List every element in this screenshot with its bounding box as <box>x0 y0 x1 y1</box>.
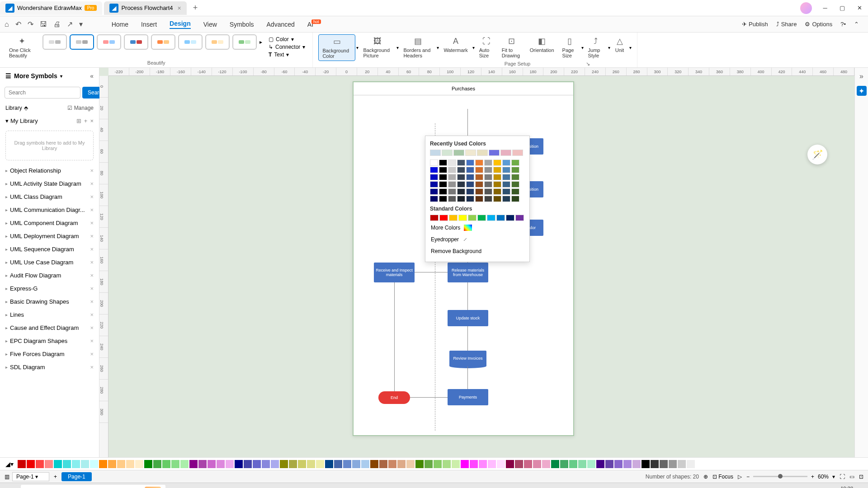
strip-swatch[interactable] <box>81 460 89 468</box>
strip-swatch[interactable] <box>479 460 487 468</box>
edge-icon[interactable]: ◉ <box>188 483 206 488</box>
color-swatch[interactable] <box>465 150 476 156</box>
close-lib-icon[interactable]: × <box>90 117 94 124</box>
color-swatch[interactable] <box>448 167 456 173</box>
collapse-sidebar-button[interactable]: « <box>90 72 94 80</box>
close-category-icon[interactable]: × <box>90 206 94 213</box>
maximize-button[interactable]: ▢ <box>834 0 851 16</box>
color-swatch[interactable] <box>430 150 441 156</box>
strip-swatch[interactable] <box>632 460 641 468</box>
add-lib-icon[interactable]: + <box>84 117 88 124</box>
task-view-button[interactable]: ◫ <box>168 483 186 488</box>
ai-assistant-button[interactable]: 🪄 <box>807 145 827 164</box>
user-avatar[interactable] <box>800 2 812 14</box>
undo-button[interactable]: ↶ <box>15 20 21 28</box>
strip-swatch[interactable] <box>605 460 613 468</box>
color-swatch[interactable] <box>511 174 519 180</box>
color-swatch[interactable] <box>430 174 438 180</box>
focus-button[interactable]: ⊡ Focus <box>712 474 733 480</box>
strip-swatch[interactable] <box>298 460 306 468</box>
import-lib-icon[interactable]: ⊞ <box>76 117 81 124</box>
color-swatch[interactable] <box>448 188 456 195</box>
color-swatch[interactable] <box>484 181 492 188</box>
page-size-button[interactable]: ▯Page Size <box>559 34 580 61</box>
strip-swatch[interactable] <box>126 460 134 468</box>
color-swatch[interactable] <box>484 174 492 180</box>
expand-right-button[interactable]: » <box>857 71 867 81</box>
color-swatch[interactable] <box>457 196 465 202</box>
color-swatch[interactable] <box>442 150 453 156</box>
zoom-level[interactable]: 60% <box>818 474 829 480</box>
color-swatch[interactable] <box>439 196 447 202</box>
strip-swatch[interactable] <box>379 460 387 468</box>
add-tab-button[interactable]: + <box>189 3 203 13</box>
drop-zone[interactable]: Drag symbols here to add to My Library <box>5 131 94 160</box>
close-category-icon[interactable]: × <box>90 338 94 344</box>
app-tab[interactable]: ◢ Wondershare EdrawMax Pro <box>0 1 102 15</box>
library-pin-icon[interactable]: ⬘ <box>24 105 28 111</box>
color-swatch[interactable] <box>457 181 465 188</box>
strip-swatch[interactable] <box>434 460 442 468</box>
category-item[interactable]: ▸UML Use Case Diagram× <box>0 256 99 269</box>
connector-dropdown[interactable]: ↳ Connector ▾ <box>269 44 305 50</box>
color-swatch[interactable] <box>496 215 505 221</box>
strip-swatch[interactable] <box>614 460 623 468</box>
theme-1[interactable] <box>42 34 67 50</box>
zoom-in-button[interactable]: + <box>811 474 814 480</box>
autosize-button[interactable]: ⛶Auto Size <box>476 34 497 61</box>
strip-swatch[interactable] <box>244 460 252 468</box>
strip-swatch[interactable] <box>388 460 396 468</box>
strip-swatch[interactable] <box>271 460 279 468</box>
color-swatch[interactable] <box>502 160 510 166</box>
category-item[interactable]: ▸Express-G× <box>0 282 99 295</box>
presentation-button[interactable]: ▷ <box>738 474 742 480</box>
menu-advanced[interactable]: Advanced <box>267 21 295 28</box>
manage-button[interactable]: ☑ Manage <box>67 105 94 111</box>
theme-7[interactable] <box>205 34 230 50</box>
strip-swatch[interactable] <box>307 460 315 468</box>
category-item[interactable]: ▸UML Activity State Diagram× <box>0 177 99 190</box>
redo-button[interactable]: ↷ <box>28 20 33 28</box>
collapse-ribbon-button[interactable]: ⌃ <box>854 21 859 28</box>
color-swatch[interactable] <box>484 167 492 173</box>
color-swatch[interactable] <box>506 215 514 221</box>
color-swatch[interactable] <box>493 174 501 180</box>
color-swatch[interactable] <box>466 196 474 202</box>
strip-swatch[interactable] <box>415 460 424 468</box>
color-swatch[interactable] <box>439 160 447 166</box>
color-swatch[interactable] <box>457 160 465 166</box>
menu-insert[interactable]: Insert <box>141 21 157 28</box>
strip-swatch[interactable] <box>63 460 71 468</box>
strip-swatch[interactable] <box>45 460 53 468</box>
color-swatch[interactable] <box>484 160 492 166</box>
color-swatch[interactable] <box>457 167 465 173</box>
color-swatch[interactable] <box>512 150 523 156</box>
strip-swatch[interactable] <box>162 460 170 468</box>
strip-swatch[interactable] <box>470 460 478 468</box>
strip-swatch[interactable] <box>36 460 44 468</box>
strip-swatch[interactable] <box>135 460 143 468</box>
color-swatch[interactable] <box>475 188 483 195</box>
color-swatch[interactable] <box>493 188 501 195</box>
color-swatch[interactable] <box>466 181 474 188</box>
my-library-row[interactable]: ▾ My Library ⊞ + × <box>0 115 99 127</box>
borders-dropdown[interactable]: ▾ <box>437 45 439 50</box>
background-picture-button[interactable]: 🖼Background Picture <box>359 34 396 61</box>
taskbar-search[interactable]: 🔍 Type here to search <box>21 485 165 488</box>
close-tab-icon[interactable]: × <box>178 5 181 12</box>
color-swatch[interactable] <box>448 181 456 188</box>
unit-button[interactable]: △Unit <box>611 34 628 61</box>
category-item[interactable]: ▸SDL Diagram× <box>0 361 99 374</box>
color-swatch[interactable] <box>511 188 519 195</box>
pages-icon[interactable]: ▥ <box>5 474 9 480</box>
orientation-button[interactable]: ◧Orientation <box>526 34 558 61</box>
strip-swatch[interactable] <box>461 460 469 468</box>
category-item[interactable]: ▸UML Deployment Diagram× <box>0 230 99 243</box>
pagesetup-launcher[interactable]: ↘ <box>586 61 590 66</box>
category-item[interactable]: ▸Audit Flow Diagram× <box>0 269 99 282</box>
node-receive-inspect[interactable]: Receive and Inspect materials <box>374 263 415 282</box>
close-category-icon[interactable]: × <box>90 167 94 174</box>
remove-background-button[interactable]: Remove Background <box>430 245 525 257</box>
color-swatch[interactable] <box>439 167 447 173</box>
close-category-icon[interactable]: × <box>90 364 94 371</box>
